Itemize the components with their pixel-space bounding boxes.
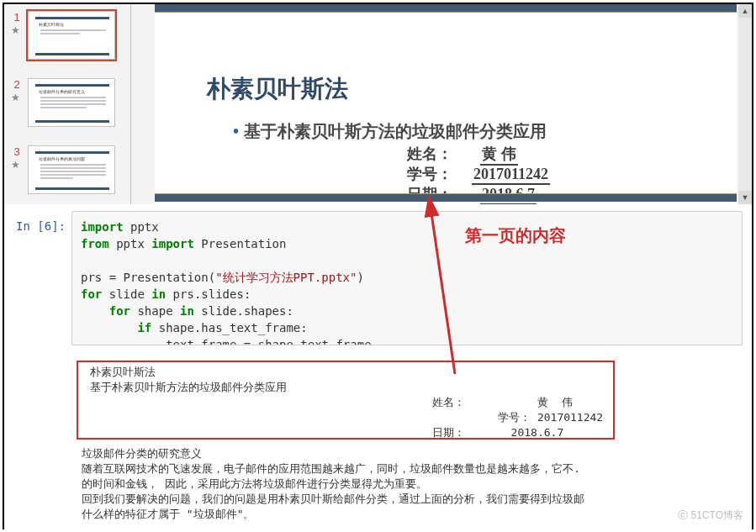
watermark: ⓒ 51CTO博客 — [678, 508, 743, 523]
slide-thumbnail-1[interactable]: 朴素贝叶斯法 — [28, 11, 115, 60]
scroll-down-icon[interactable]: ▼ — [738, 191, 752, 204]
thumb-title: 垃圾邮件分类的研究意义 — [39, 89, 106, 94]
bullet-icon: • — [233, 122, 239, 140]
output-remaining: 垃圾邮件分类的研究意义 随着互联网技术的飞速发展，电子邮件的应用范围越来越广，同… — [82, 446, 746, 522]
name-label: 姓名： — [407, 144, 452, 164]
name-value: 黄 伟 — [480, 144, 518, 166]
thumb-title: 垃圾邮件分类的算法问题 — [39, 156, 106, 161]
panel-divider — [130, 4, 131, 204]
slide-number-2: 2 — [11, 78, 23, 91]
id-value: 2017011242 — [472, 166, 550, 185]
slide-canvas[interactable]: 朴素贝叶斯法 •基于朴素贝叶斯方法的垃圾邮件分类应用 姓名： 黄 伟 学号： 2… — [155, 4, 737, 204]
name-row: 姓名： 黄 伟 — [407, 144, 518, 166]
annotation-label: 第一页的内容 — [465, 224, 566, 247]
slide-thumbnail-panel: 1 ★ 朴素贝叶斯法 2 ★ 垃圾邮件分类的研究意义 — [4, 4, 130, 204]
document-frame: 1 ★ 朴素贝叶斯法 2 ★ 垃圾邮件分类的研究意义 — [3, 3, 753, 529]
powerpoint-region: 1 ★ 朴素贝叶斯法 2 ★ 垃圾邮件分类的研究意义 — [4, 4, 752, 204]
slide-thumbnail-3[interactable]: 垃圾邮件分类的算法问题 — [28, 145, 115, 194]
animation-star-icon: ★ — [11, 24, 20, 36]
scroll-up-icon[interactable]: ▲ — [738, 4, 752, 18]
cell-prompt: In [6]: — [16, 219, 66, 233]
animation-star-icon: ★ — [11, 92, 20, 103]
slide-subtitle: •基于朴素贝叶斯方法的垃圾邮件分类应用 — [233, 120, 547, 143]
slide-number-1: 1 — [11, 11, 23, 24]
slide-number-3: 3 — [11, 145, 23, 158]
jupyter-region: In [6]: import pptx from pptx import Pre… — [4, 204, 752, 529]
slide-subtitle-text: 基于朴素贝叶斯方法的垃圾邮件分类应用 — [244, 122, 547, 140]
slide-title: 朴素贝叶斯法 — [207, 73, 348, 105]
slide-top-bar — [155, 4, 737, 13]
slide-thumbnail-2[interactable]: 垃圾邮件分类的研究意义 — [28, 78, 115, 127]
id-label: 学号： — [407, 164, 452, 184]
slide-bottom-bar — [155, 193, 737, 202]
vertical-scrollbar[interactable]: ▲ ▼ — [738, 4, 752, 204]
animation-star-icon: ★ — [11, 159, 20, 171]
student-id-row: 学号： 2017011242 — [407, 164, 550, 185]
output-highlight-box: 朴素贝叶斯法 基于朴素贝叶斯方法的垃圾邮件分类应用 姓名： 黄 伟 学号： 20… — [77, 361, 615, 440]
code-cell[interactable]: import pptx from pptx import Presentatio… — [71, 211, 743, 345]
thumb-title: 朴素贝叶斯法 — [39, 22, 106, 27]
